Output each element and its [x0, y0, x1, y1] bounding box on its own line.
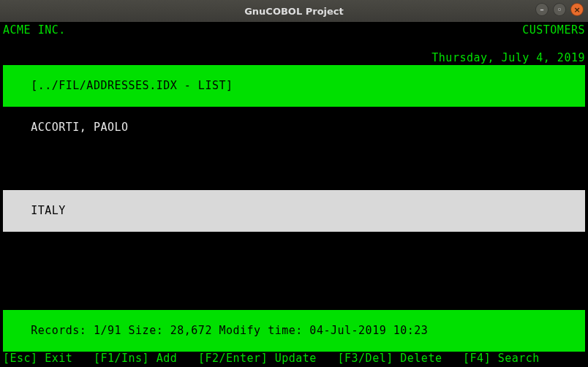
hint-add[interactable]: [F1/Ins] Add	[94, 352, 177, 366]
record-line-1[interactable]: ACCORTI, PAOLO	[3, 107, 585, 148]
blank-row	[3, 37, 585, 51]
minimize-button[interactable]: –	[535, 3, 549, 16]
window-title: GnuCOBOL Project	[244, 6, 344, 17]
footer-key-hints: [Esc] Exit [F1/Ins] Add [F2/Enter] Updat…	[3, 352, 585, 366]
window-controls: – ◦ ×	[535, 3, 584, 16]
window-titlebar: GnuCOBOL Project – ◦ ×	[0, 0, 588, 22]
status-text: Records: 1/91 Size: 28,672 Modify time: …	[31, 324, 428, 337]
list-path: [../FIL/ADDRESSES.IDX - LIST]	[31, 79, 233, 92]
list-header-bar: [../FIL/ADDRESSES.IDX - LIST]	[3, 65, 585, 107]
company-name: ACME INC.	[3, 23, 66, 37]
record-country: ITALY	[31, 204, 66, 217]
terminal-body	[3, 232, 585, 310]
record-line-2	[3, 148, 585, 190]
hint-delete[interactable]: [F3/Del] Delete	[338, 352, 442, 366]
hint-update[interactable]: [F2/Enter] Update	[198, 352, 317, 366]
close-button[interactable]: ×	[570, 3, 584, 16]
maximize-button[interactable]: ◦	[553, 3, 566, 16]
status-bar: Records: 1/91 Size: 28,672 Modify time: …	[3, 310, 585, 352]
hint-exit[interactable]: [Esc] Exit	[3, 352, 72, 366]
date-row: Thursday, July 4, 2019	[3, 51, 585, 65]
header-row: ACME INC. CUSTOMERS	[3, 23, 585, 37]
hint-search[interactable]: [F4] Search	[463, 352, 540, 366]
terminal: ACME INC. CUSTOMERS Thursday, July 4, 20…	[0, 22, 588, 367]
current-date: Thursday, July 4, 2019	[431, 51, 585, 65]
record-name: ACCORTI, PAOLO	[31, 121, 128, 134]
module-name: CUSTOMERS	[522, 23, 585, 37]
record-line-3-selected[interactable]: ITALY	[3, 190, 585, 232]
